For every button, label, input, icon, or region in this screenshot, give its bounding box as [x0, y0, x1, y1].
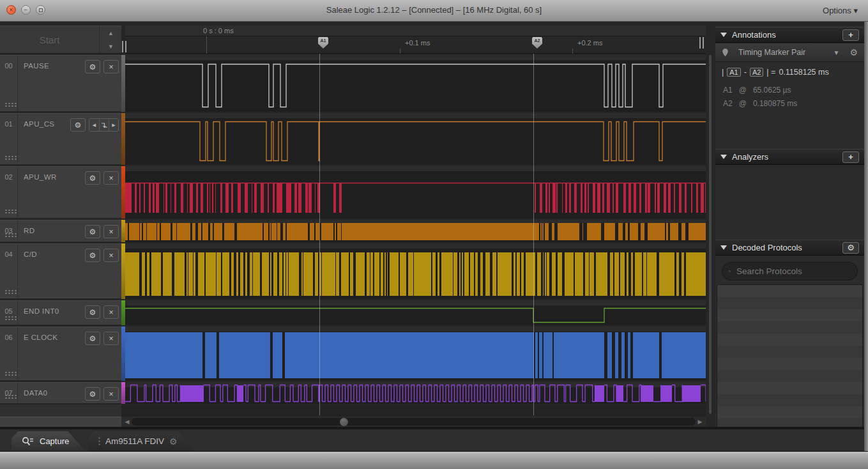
decoded-settings-button[interactable]: ⚙	[842, 242, 859, 254]
channel-remove-button[interactable]: ×	[103, 249, 119, 262]
app-window: × − Saleae Logic 1.2.12 – [Connected] – …	[0, 0, 868, 469]
horizontal-scrollbar[interactable]: ◀ ▶	[121, 417, 706, 427]
ruler-left-grip[interactable]	[122, 41, 126, 52]
a2-at: @	[739, 99, 747, 108]
scrollbar-thumb[interactable]	[340, 418, 348, 426]
start-button[interactable]: Start	[0, 26, 100, 53]
channel-settings-button[interactable]: ⚙	[85, 225, 100, 238]
channel-remove-button[interactable]: ×	[103, 332, 119, 345]
waveform-plot-01[interactable]	[125, 113, 706, 165]
timing-marker-line-a1[interactable]	[319, 54, 320, 415]
gear-icon: ⚙	[89, 308, 96, 317]
marker-pair-dropdown-icon[interactable]: ▼	[834, 49, 840, 56]
channel-drag-grip[interactable]	[4, 394, 18, 399]
channel-remove-button[interactable]: ×	[103, 387, 119, 401]
channel-settings-button[interactable]: ⚙	[70, 118, 86, 132]
channel-header-01[interactable]: 01APU_CS⚙◀▶	[0, 113, 121, 165]
add-annotation-button[interactable]: +	[842, 29, 859, 41]
waveform-plot-02[interactable]	[125, 166, 706, 219]
ruler-tick	[572, 49, 573, 54]
marker-a2-chip: A2	[750, 68, 763, 77]
channel-drag-grip[interactable]	[4, 316, 18, 321]
previous-edge-button[interactable]: ◀	[89, 119, 99, 131]
timing-marker-a1[interactable]: A1	[318, 37, 328, 49]
channel-settings-button[interactable]: ⚙	[85, 249, 100, 262]
tab-analyzer-settings-icon[interactable]: ⚙	[169, 436, 178, 447]
channel-drag-grip[interactable]	[4, 209, 18, 214]
timing-marker-pair-row[interactable]: Timing Marker Pair ▼ ⚙	[715, 43, 864, 62]
channel-row-07: 07DATA0⚙×	[0, 382, 706, 404]
channel-drag-grip[interactable]	[4, 233, 18, 238]
waveform-plot-04[interactable]	[125, 243, 706, 299]
waveform-trace-04	[125, 243, 706, 299]
edge-navigation-group: ◀▶	[89, 118, 119, 132]
channel-settings-button[interactable]: ⚙	[85, 60, 100, 73]
channel-drag-grip[interactable]	[4, 289, 18, 295]
tab-analyzer[interactable]: Am9511A FDIV ⚙	[88, 431, 194, 451]
channel-drag-grip[interactable]	[4, 155, 18, 160]
channel-settings-button[interactable]: ⚙	[85, 387, 100, 401]
ruler-tick	[206, 36, 207, 54]
channel-header-04[interactable]: 04C/D⚙×	[0, 243, 121, 299]
channel-settings-button[interactable]: ⚙	[85, 305, 100, 319]
tab-drag-grip[interactable]	[98, 436, 100, 447]
scroll-right-button[interactable]: ▶	[696, 417, 704, 427]
scroll-up-button[interactable]: ▲	[100, 26, 121, 40]
decoded-protocols-header[interactable]: Decoded Protocols ⚙	[715, 240, 864, 256]
channel-drag-grip[interactable]	[4, 371, 18, 376]
tab-capture[interactable]: Capture	[11, 431, 86, 451]
channel-buttons: ⚙×	[85, 332, 119, 345]
ruler-origin-row: 0 s : 0 ms	[125, 26, 706, 36]
close-icon: ×	[109, 63, 113, 72]
marker-pin-icon	[721, 48, 729, 58]
channel-header-00[interactable]: 00PAUSE⚙×	[0, 55, 121, 112]
gear-icon: ⚙	[75, 121, 82, 130]
next-edge-button[interactable]: ▶	[109, 119, 118, 131]
waveform-plot-00[interactable]	[125, 55, 706, 112]
marker-pair-title: Timing Marker Pair	[738, 48, 834, 57]
waveform-plot-05[interactable]	[125, 300, 706, 325]
close-icon: ×	[109, 334, 113, 343]
channel-settings-button[interactable]: ⚙	[85, 171, 100, 185]
channel-header-02[interactable]: 02APU_WR⚙×	[0, 166, 121, 219]
capture-search-icon	[22, 436, 34, 446]
channel-header-03[interactable]: 03RD⚙×	[0, 220, 121, 242]
a1-label: A1	[723, 86, 733, 95]
waveform-plot-07[interactable]	[125, 382, 706, 404]
channel-header-05[interactable]: 05END INT0⚙×	[0, 300, 121, 325]
search-protocols-input[interactable]	[735, 266, 851, 277]
channel-header-06[interactable]: 06E CLOCK⚙×	[0, 327, 121, 381]
vertical-scrollbar[interactable]	[709, 55, 712, 414]
timing-marker-line-a2[interactable]	[533, 54, 534, 415]
channel-settings-button[interactable]: ⚙	[85, 332, 100, 345]
channel-name: PAUSE	[24, 62, 49, 70]
channel-remove-button[interactable]: ×	[103, 225, 119, 238]
channel-remove-button[interactable]: ×	[103, 305, 119, 319]
channel-header-07[interactable]: 07DATA0⚙×	[0, 382, 121, 404]
channel-drag-grip[interactable]	[4, 102, 18, 107]
channel-name: APU_CS	[24, 120, 54, 128]
timing-marker-a2[interactable]: A2	[532, 37, 542, 49]
options-menu[interactable]: Options ▾	[823, 6, 858, 15]
channel-remove-button[interactable]: ×	[103, 60, 119, 73]
channel-remove-button[interactable]: ×	[103, 171, 119, 185]
ruler-tick-row: +0.1 ms+0.2 msA1A2	[125, 36, 706, 54]
close-icon: ×	[109, 174, 113, 183]
scrollbar-track[interactable]	[132, 418, 696, 426]
protocol-search[interactable]	[722, 262, 858, 281]
ruler-right-grip[interactable]	[699, 37, 704, 49]
scroll-left-button[interactable]: ◀	[123, 417, 132, 427]
waveform-plot-06[interactable]	[125, 327, 706, 381]
channel-buttons: ⚙×	[85, 171, 119, 185]
waveform-trace-02	[125, 166, 706, 219]
time-ruler[interactable]: 0 s : 0 ms +0.1 ms+0.2 msA1A2	[121, 26, 706, 54]
marker-pair-settings-icon[interactable]: ⚙	[849, 47, 858, 58]
analyzers-header[interactable]: Analyzers +	[715, 149, 864, 165]
window-bottom-bar	[0, 451, 868, 469]
sidebar-scroll-strip[interactable]	[0, 417, 121, 427]
waveform-plot-03[interactable]	[125, 220, 706, 242]
annotations-header[interactable]: Annotations +	[715, 27, 864, 43]
trigger-edge-button[interactable]	[99, 119, 109, 131]
add-analyzer-button[interactable]: +	[842, 151, 859, 163]
scroll-down-button[interactable]: ▼	[100, 40, 121, 53]
